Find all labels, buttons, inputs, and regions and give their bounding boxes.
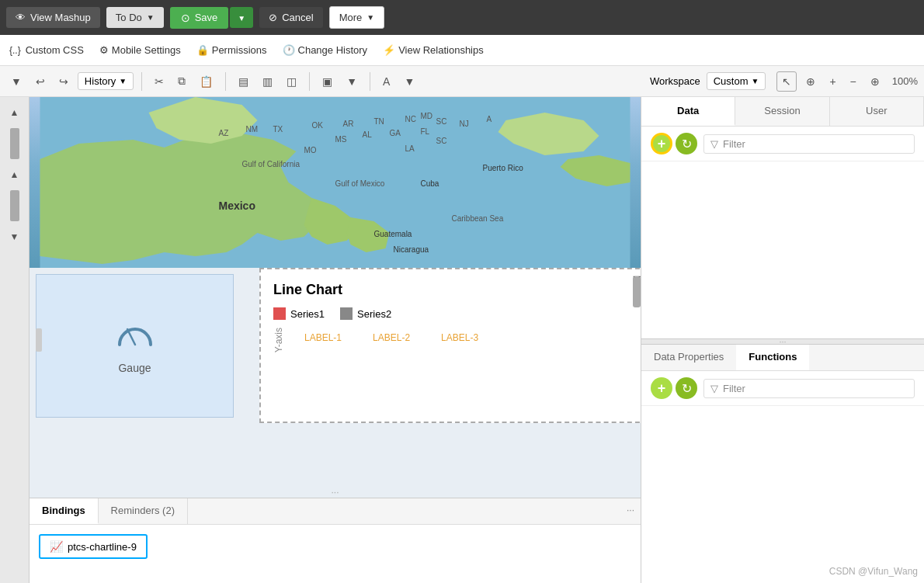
history-dropdown[interactable]: History ▼ — [78, 72, 134, 90]
text-button[interactable]: A — [378, 72, 394, 91]
todo-button[interactable]: To Do ▼ — [106, 7, 164, 28]
watermark: CSDN @Vifun_Wang — [829, 566, 918, 577]
line-chart-legend: Series1 Series2 — [273, 307, 634, 320]
crosshair-button[interactable]: ⊕ — [866, 72, 884, 91]
custom-css-label: Custom CSS — [26, 44, 84, 56]
sidebar-handle-top[interactable] — [10, 128, 19, 159]
lock-icon: 🔒 — [196, 44, 209, 56]
mobile-icon: ⚙ — [99, 44, 109, 56]
gauge-label: Gauge — [118, 362, 151, 374]
filter-icon: ▽ — [710, 138, 718, 150]
add-function-button[interactable]: + — [651, 377, 672, 399]
main-content: ▲ ▲ ▼ Mexico Gulf of California Gulf of — [0, 97, 924, 583]
sidebar-up-arrow[interactable]: ▲ — [5, 103, 24, 122]
functions-content — [641, 406, 924, 583]
bottom-tabs: Bindings Reminders (2) ··· — [30, 498, 641, 525]
refresh-data-button[interactable]: ↻ — [676, 133, 697, 154]
expand-button[interactable]: ▼ — [6, 72, 26, 91]
svg-text:MD: MD — [421, 112, 433, 120]
functions-section-header: + ↻ ▽ Filter — [641, 371, 924, 406]
sidebar-handle-mid[interactable] — [10, 190, 19, 221]
refresh-function-button[interactable]: ↻ — [676, 377, 697, 399]
separator-3 — [309, 72, 310, 91]
mobile-settings-link[interactable]: ⚙ Mobile Settings — [99, 44, 181, 56]
legend-color-series2 — [340, 307, 353, 320]
tab-reminders[interactable]: Reminders (2) — [99, 498, 188, 524]
text-dropdown-button[interactable]: ▼ — [399, 72, 419, 91]
sidebar-mid-arrow[interactable]: ▲ — [5, 165, 24, 184]
right-panel: Data Session User + ↻ ▽ Filter ··· Data … — [641, 97, 924, 583]
section-divider[interactable]: ··· — [641, 338, 924, 345]
tab-data-properties[interactable]: Data Properties — [641, 345, 736, 370]
third-toolbar: ▼ ↩ ↪ History ▼ ✂ ⧉ 📋 ▤ ▥ ◫ ▣ ▼ A ▼ Work… — [0, 66, 924, 97]
view-relationships-link[interactable]: ⚡ View Relationships — [383, 44, 484, 56]
second-toolbar: {..} Custom CSS ⚙ Mobile Settings 🔒 Perm… — [0, 35, 924, 66]
svg-text:Mexico: Mexico — [219, 200, 255, 212]
view-mashup-button[interactable]: 👁 View Mashup — [6, 7, 100, 28]
tab-bindings[interactable]: Bindings — [30, 498, 99, 524]
svg-text:AZ: AZ — [219, 129, 229, 137]
svg-text:AL: AL — [363, 130, 373, 139]
align-center-button[interactable]: ▥ — [258, 72, 277, 91]
svg-text:Caribbean Sea: Caribbean Sea — [452, 214, 504, 223]
permissions-link[interactable]: 🔒 Permissions — [196, 44, 267, 56]
clock-icon: 🕐 — [283, 44, 295, 56]
workspace-select[interactable]: Custom ▼ — [707, 72, 766, 90]
save-button[interactable]: ⊙ Save — [170, 7, 229, 29]
function-filter[interactable]: ▽ Filter — [703, 379, 915, 398]
line-chart-widget[interactable]: Line Chart Series1 Series2 Y-axis LABEL-… — [259, 268, 641, 423]
top-toolbar: 👁 View Mashup To Do ▼ ⊙ Save ▼ ⊘ Cancel … — [0, 0, 924, 35]
redo-button[interactable]: ↪ — [54, 72, 73, 91]
relationships-icon: ⚡ — [383, 44, 395, 56]
svg-text:Guatemala: Guatemala — [374, 230, 412, 238]
frame-dropdown-button[interactable]: ▼ — [342, 72, 362, 91]
save-dropdown-button[interactable]: ▼ — [230, 7, 253, 28]
filter-icon-2: ▽ — [710, 383, 718, 394]
svg-line-27 — [127, 329, 135, 345]
chart-icon: 📈 — [50, 540, 63, 553]
paste-button[interactable]: 📋 — [195, 72, 217, 91]
select-tool-button[interactable]: ↖ — [776, 71, 797, 92]
tab-functions[interactable]: Functions — [736, 345, 809, 370]
sidebar-down-arrow[interactable]: ▼ — [5, 227, 24, 246]
css-icon: {..} — [9, 45, 21, 56]
chart-label-3: LABEL-3 — [441, 332, 478, 343]
zoom-out-button[interactable]: − — [846, 72, 861, 91]
svg-text:MO: MO — [304, 146, 317, 154]
bottom-content: 📈 ptcs-chartline-9 — [30, 525, 641, 568]
chevron-down-icon: ▼ — [366, 13, 374, 22]
custom-css-link[interactable]: {..} Custom CSS — [9, 44, 84, 56]
add-data-button[interactable]: + — [651, 133, 672, 154]
cut-button[interactable]: ✂ — [150, 72, 168, 91]
distribute-button[interactable]: ◫ — [282, 72, 301, 91]
canvas-area[interactable]: Mexico Gulf of California Gulf of Mexico… — [30, 97, 641, 583]
binding-chip[interactable]: 📈 ptcs-chartline-9 — [39, 534, 148, 559]
left-handle-1[interactable] — [36, 328, 42, 352]
tab-user[interactable]: User — [830, 97, 924, 126]
align-left-button[interactable]: ▤ — [234, 72, 253, 91]
chart-label-1: LABEL-1 — [304, 332, 342, 343]
tab-data[interactable]: Data — [641, 97, 735, 126]
data-filter[interactable]: ▽ Filter — [703, 134, 915, 154]
more-button[interactable]: More ▼ — [329, 6, 385, 29]
zoom-in-button[interactable]: + — [825, 72, 840, 91]
undo-button[interactable]: ↩ — [31, 72, 50, 91]
svg-text:NC: NC — [405, 115, 416, 123]
tab-session[interactable]: Session — [735, 97, 829, 126]
change-history-link[interactable]: 🕐 Change History — [283, 44, 368, 56]
svg-text:TX: TX — [273, 125, 283, 134]
svg-text:Cuba: Cuba — [421, 179, 439, 188]
frame-button[interactable]: ▣ — [318, 72, 337, 91]
collapse-handle[interactable]: ··· — [620, 498, 641, 524]
cancel-button[interactable]: ⊘ Cancel — [259, 7, 322, 28]
svg-text:Puerto Rico: Puerto Rico — [483, 164, 524, 172]
svg-text:NM: NM — [246, 125, 259, 134]
vertical-drag-handle[interactable] — [633, 276, 641, 307]
bottom-drag-handle[interactable]: ··· — [331, 487, 339, 498]
chevron-down-icon: ▼ — [147, 13, 155, 22]
gauge-widget[interactable]: Gauge — [36, 274, 234, 418]
left-edge-handles — [36, 328, 42, 352]
copy-button[interactable]: ⧉ — [173, 71, 190, 91]
line-chart-title: Line Chart — [273, 282, 634, 298]
move-button[interactable]: ⊕ — [801, 72, 820, 91]
